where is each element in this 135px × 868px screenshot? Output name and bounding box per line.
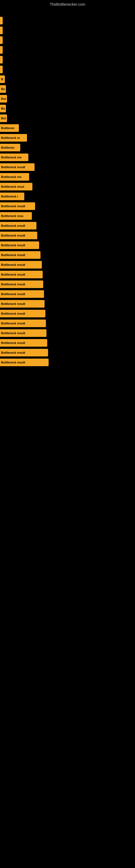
bar-label: Bottleneck result (0, 339, 47, 347)
bar-item: B (0, 75, 135, 84)
bar-item: Bottleneck result (0, 202, 135, 211)
bar-item: Bottleneck result (0, 339, 135, 347)
bar-label: Bottleneck res (0, 173, 29, 181)
bar-item: Bottleneck res (0, 173, 135, 181)
bar-label (0, 17, 3, 24)
bar-item: Bottleneck resul (0, 182, 135, 191)
bar-label: Bottleneck r (0, 193, 24, 200)
bar-label (0, 56, 3, 63)
bar-item: Bottleneck result (0, 300, 135, 308)
bar-item: Bottleneck result (0, 358, 135, 367)
bar-item: Bottleneck res (0, 153, 135, 162)
bar-label: B (0, 75, 5, 83)
bar-label: Bo (0, 105, 6, 112)
bar-label: Bottleneck result (0, 349, 48, 356)
bar-label: Bottleneck result (0, 222, 37, 229)
bar-label: Bottleneck result (0, 310, 45, 317)
bar-label: Bottleneck result (0, 319, 46, 327)
bar-item: Bottleneck result (0, 251, 135, 259)
bar-label (0, 66, 3, 73)
bar-item: Bo (0, 85, 135, 93)
bar-label: Bo (0, 85, 6, 93)
bar-label: Bottleneck result (0, 231, 37, 239)
bars-container: BBoBotBoBolBottlenecBottleneck reBottlen… (0, 16, 135, 368)
bar-item: Bottleneck result (0, 348, 135, 357)
bar-label: Bottleneck re (0, 134, 27, 142)
bar-item: Bottleneck result (0, 290, 135, 299)
bar-item: Bottleneck result (0, 270, 135, 279)
bar-item: Bottleneck r (0, 192, 135, 201)
bar-item: Bottleneck result (0, 221, 135, 230)
bar-label: Bottleneck result (0, 280, 43, 288)
bar-item: Bottleneck result (0, 329, 135, 337)
bar-label: Bottleneck result (0, 241, 39, 249)
bar-label: Bottleneck result (0, 290, 44, 298)
bar-label: Bottleneck result (0, 271, 43, 278)
bar-item: Bottleneck result (0, 260, 135, 269)
bar-item (0, 65, 135, 74)
bar-label (0, 36, 3, 44)
bar-label (0, 27, 3, 34)
bar-label: Bottleneck result (0, 261, 42, 269)
bar-item (0, 16, 135, 25)
bar-item: Bottleneck result (0, 231, 135, 240)
bar-label (0, 46, 3, 54)
bar-item: Bottleneck result (0, 241, 135, 250)
bar-item: Bot (0, 94, 135, 103)
bar-item: Bottleneck result (0, 309, 135, 318)
bar-item: Bottlenec (0, 143, 135, 152)
bar-label: Bottleneck result (0, 300, 45, 308)
bar-label: Bottleneck result (0, 251, 41, 259)
bar-label: Bottleneck result (0, 163, 35, 171)
bar-label: Bottlenec (0, 124, 19, 132)
bar-label: Bottleneck res (0, 154, 28, 161)
bar-item (0, 26, 135, 35)
bar-label: Bottlenec (0, 144, 20, 151)
bar-item: Bottleneck result (0, 163, 135, 172)
bar-item: Bottleneck result (0, 280, 135, 289)
bar-label: Bol (0, 115, 7, 122)
bar-item: Bottleneck re (0, 133, 135, 142)
site-title: TheBottlenecker.com (50, 2, 85, 6)
bar-label: Bottleneck result (0, 359, 49, 366)
bar-item: Bo (0, 104, 135, 113)
bar-item: Bottleneck result (0, 319, 135, 328)
bar-label: Bottleneck resu (0, 212, 32, 220)
bar-label: Bottleneck result (0, 329, 46, 337)
bar-item: Bottlenec (0, 124, 135, 132)
bar-label: Bot (0, 95, 7, 102)
bar-item (0, 45, 135, 54)
bar-item (0, 55, 135, 64)
bar-label: Bottleneck result (0, 203, 35, 210)
bar-item (0, 36, 135, 44)
bar-item: Bottleneck resu (0, 212, 135, 220)
bar-label: Bottleneck resul (0, 183, 32, 190)
bar-item: Bol (0, 114, 135, 123)
